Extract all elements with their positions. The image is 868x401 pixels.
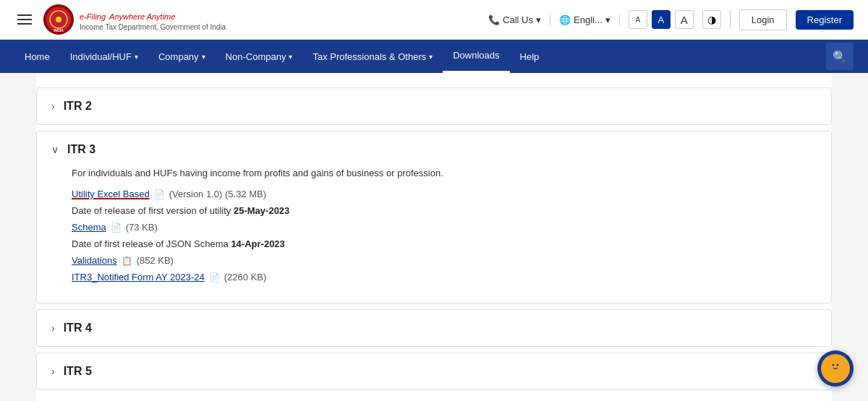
header-left: INDIA e-Filing Anywhere Anytime Income T… bbox=[14, 4, 226, 35]
nav-help[interactable]: Help bbox=[510, 40, 550, 73]
itr3-utility-row: Utility Excel Based 📄 (Version 1.0) (5.3… bbox=[72, 189, 817, 199]
lang-arrow: ▾ bbox=[605, 14, 610, 25]
nav-non-company[interactable]: Non-Company ▾ bbox=[216, 40, 303, 73]
nav-help-label: Help bbox=[520, 51, 540, 62]
language-label: Engli... bbox=[574, 14, 603, 25]
header-divider bbox=[730, 11, 731, 28]
header-right: 📞 Call Us ▾ 🌐 Engli... ▾ A A A ◑ Login R… bbox=[488, 9, 854, 30]
accordion-itr4-arrow: › bbox=[51, 322, 55, 334]
itr3-schema-icon: 📄 bbox=[111, 223, 122, 233]
logo-main: e-Filing bbox=[80, 12, 106, 21]
itr3-utility-meta: (Version 1.0) (5.32 MB) bbox=[169, 189, 266, 199]
nav-tax-professionals[interactable]: Tax Professionals & Others ▾ bbox=[302, 40, 443, 73]
nav-downloads[interactable]: Downloads bbox=[443, 40, 509, 73]
itr3-notified-link[interactable]: ITR3_Notified Form AY 2023-24 bbox=[72, 272, 205, 283]
accordion-itr3-title: ITR 3 bbox=[67, 143, 95, 156]
font-controls: A A A bbox=[629, 10, 694, 29]
svg-text:INDIA: INDIA bbox=[54, 28, 64, 33]
font-decrease-button[interactable]: A bbox=[629, 10, 647, 29]
font-default-button[interactable]: A bbox=[652, 10, 671, 29]
nav-individual-arrow: ▾ bbox=[135, 53, 138, 61]
itr3-validations-icon: 📋 bbox=[122, 256, 132, 266]
nav-company-arrow: ▾ bbox=[202, 53, 205, 61]
itr3-description: For individuals and HUFs having income f… bbox=[72, 168, 817, 178]
call-us-label: Call Us bbox=[503, 14, 533, 25]
itr3-utility-date-val: 25-May-2023 bbox=[234, 205, 289, 216]
accordion-itr3: ∨ ITR 3 For individuals and HUFs having … bbox=[36, 131, 832, 303]
itr3-schema-row: Schema 📄 (73 KB) bbox=[72, 222, 817, 233]
svg-point-5 bbox=[829, 371, 842, 379]
accordion-itr2-arrow: › bbox=[51, 100, 55, 112]
itr3-schema-date-label: Date of first release of JSON Schema bbox=[72, 238, 229, 249]
itr3-schema-date-row: Date of first release of JSON Schema 14-… bbox=[72, 238, 817, 249]
itr3-utility-date-row: Date of release of first version of util… bbox=[72, 205, 817, 216]
nav-search-button[interactable]: 🔍 bbox=[826, 43, 854, 70]
svg-point-7 bbox=[837, 364, 839, 366]
accordion-itr4-header[interactable]: › ITR 4 bbox=[37, 310, 831, 346]
accordion-itr2: › ITR 2 bbox=[36, 87, 832, 125]
accordion-itr3-arrow: ∨ bbox=[51, 144, 59, 155]
language-selector[interactable]: 🌐 Engli... ▾ bbox=[550, 14, 620, 25]
font-increase-button[interactable]: A bbox=[675, 10, 694, 29]
accordion-itr4-title: ITR 4 bbox=[64, 322, 92, 335]
logo-tagline: Anywhere Anytime bbox=[109, 12, 175, 21]
nav-home-label: Home bbox=[25, 51, 50, 62]
itr3-utility-link[interactable]: Utility Excel Based bbox=[72, 189, 150, 199]
nav-individual-label: Individual/HUF bbox=[70, 51, 132, 62]
nav-tax-professionals-arrow: ▾ bbox=[429, 53, 433, 61]
itr3-notified-meta: (2260 KB) bbox=[224, 272, 267, 283]
globe-icon: 🌐 bbox=[559, 14, 571, 25]
logo-text: e-Filing Anywhere Anytime Income Tax Dep… bbox=[80, 8, 226, 31]
accordion-itr2-title: ITR 2 bbox=[64, 100, 92, 113]
chatbot-button[interactable] bbox=[817, 350, 854, 387]
svg-point-2 bbox=[56, 17, 61, 22]
itr3-validations-meta: (852 KB) bbox=[137, 255, 174, 266]
itr3-validations-link[interactable]: Validations bbox=[72, 255, 117, 266]
svg-point-6 bbox=[833, 364, 835, 366]
contrast-button[interactable]: ◑ bbox=[702, 10, 721, 29]
accordion-itr5: › ITR 5 bbox=[36, 353, 832, 390]
nav-non-company-label: Non-Company bbox=[226, 51, 286, 62]
itr3-utility-icon: 📄 bbox=[154, 189, 165, 199]
call-us-button[interactable]: 📞 Call Us ▾ bbox=[488, 14, 541, 25]
nav-tax-professionals-label: Tax Professionals & Others bbox=[312, 51, 426, 62]
header: INDIA e-Filing Anywhere Anytime Income T… bbox=[0, 0, 868, 40]
logo-emblem: INDIA bbox=[43, 4, 74, 35]
phone-icon: 📞 bbox=[488, 14, 500, 25]
accordion-itr5-title: ITR 5 bbox=[64, 365, 92, 378]
accordion-itr3-header[interactable]: ∨ ITR 3 bbox=[37, 131, 831, 168]
logo-subtitle: Income Tax Department, Government of Ind… bbox=[80, 23, 226, 31]
nav-company[interactable]: Company ▾ bbox=[148, 40, 216, 73]
nav-downloads-label: Downloads bbox=[453, 50, 499, 61]
chatbot-avatar bbox=[821, 354, 850, 383]
itr3-schema-link[interactable]: Schema bbox=[72, 222, 106, 233]
main-nav: Home Individual/HUF ▾ Company ▾ Non-Comp… bbox=[0, 40, 868, 73]
logo-efiling-text: e-Filing Anywhere Anytime bbox=[80, 8, 226, 23]
hamburger-menu[interactable] bbox=[14, 12, 35, 27]
itr3-notified-row: ITR3_Notified Form AY 2023-24 📄 (2260 KB… bbox=[72, 272, 817, 283]
nav-company-label: Company bbox=[158, 51, 199, 62]
itr3-schema-meta: (73 KB) bbox=[126, 222, 158, 233]
itr3-notified-icon: 📄 bbox=[209, 272, 220, 283]
accordion-itr2-header[interactable]: › ITR 2 bbox=[37, 88, 831, 124]
accordion-itr5-arrow: › bbox=[51, 366, 55, 377]
accordion-itr5-header[interactable]: › ITR 5 bbox=[37, 353, 831, 389]
nav-non-company-arrow: ▾ bbox=[289, 53, 292, 61]
logo-area: INDIA e-Filing Anywhere Anytime Income T… bbox=[43, 4, 226, 35]
itr3-utility-date-label: Date of release of first version of util… bbox=[72, 205, 231, 216]
itr3-validations-row: Validations 📋 (852 KB) bbox=[72, 255, 817, 266]
register-button[interactable]: Register bbox=[796, 10, 854, 30]
search-icon: 🔍 bbox=[833, 50, 847, 64]
accordion-itr4: › ITR 4 bbox=[36, 309, 832, 347]
nav-individual[interactable]: Individual/HUF ▾ bbox=[60, 40, 148, 73]
main-content: › ITR 2 ∨ ITR 3 For individuals and HUFs… bbox=[36, 73, 832, 401]
login-button[interactable]: Login bbox=[739, 9, 787, 30]
call-us-arrow: ▾ bbox=[536, 14, 541, 25]
nav-home[interactable]: Home bbox=[14, 40, 60, 73]
itr3-schema-date-value: 14-Apr-2023 bbox=[231, 238, 284, 249]
accordion-itr3-body: For individuals and HUFs having income f… bbox=[37, 168, 831, 303]
